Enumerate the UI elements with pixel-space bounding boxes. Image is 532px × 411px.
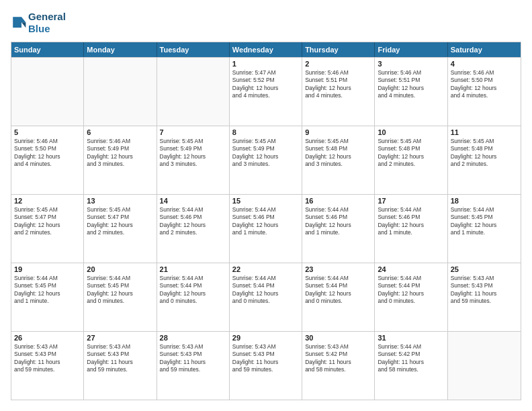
day-header-wednesday: Wednesday [230,42,302,57]
day-number: 23 [305,265,371,273]
day-cell-24: 24Sunrise: 5:44 AM Sunset: 5:44 PM Dayli… [375,263,447,331]
day-number: 4 [451,60,518,68]
day-cell-19: 19Sunrise: 5:44 AM Sunset: 5:45 PM Dayli… [11,263,84,331]
day-cell-15: 15Sunrise: 5:44 AM Sunset: 5:46 PM Dayli… [230,195,302,263]
day-number: 30 [305,334,371,342]
empty-cell [448,332,521,400]
day-cell-7: 7Sunrise: 5:45 AM Sunset: 5:49 PM Daylig… [157,126,230,194]
day-number: 28 [160,334,226,342]
day-info: Sunrise: 5:43 AM Sunset: 5:43 PM Dayligh… [232,343,299,374]
calendar-week-5: 26Sunrise: 5:43 AM Sunset: 5:43 PM Dayli… [11,331,521,400]
day-info: Sunrise: 5:43 AM Sunset: 5:43 PM Dayligh… [451,275,518,306]
day-cell-14: 14Sunrise: 5:44 AM Sunset: 5:46 PM Dayli… [157,195,230,263]
header: General Blue [11,11,521,35]
calendar-week-2: 5Sunrise: 5:46 AM Sunset: 5:50 PM Daylig… [11,126,521,194]
day-header-friday: Friday [375,42,447,57]
day-cell-22: 22Sunrise: 5:44 AM Sunset: 5:44 PM Dayli… [230,263,302,331]
day-info: Sunrise: 5:43 AM Sunset: 5:43 PM Dayligh… [160,343,226,374]
day-info: Sunrise: 5:46 AM Sunset: 5:51 PM Dayligh… [378,69,444,100]
day-info: Sunrise: 5:44 AM Sunset: 5:44 PM Dayligh… [305,275,371,306]
day-cell-2: 2Sunrise: 5:46 AM Sunset: 5:51 PM Daylig… [302,58,375,126]
day-number: 2 [305,60,371,68]
day-number: 7 [160,128,226,136]
empty-cell [157,58,230,126]
calendar-week-4: 19Sunrise: 5:44 AM Sunset: 5:45 PM Dayli… [11,263,521,331]
calendar-header-row: SundayMondayTuesdayWednesdayThursdayFrid… [11,42,521,57]
empty-cell [84,58,157,126]
day-cell-31: 31Sunrise: 5:44 AM Sunset: 5:42 PM Dayli… [375,332,447,400]
day-number: 3 [378,60,444,68]
day-header-saturday: Saturday [448,42,521,57]
day-info: Sunrise: 5:44 AM Sunset: 5:46 PM Dayligh… [378,206,444,237]
day-cell-21: 21Sunrise: 5:44 AM Sunset: 5:44 PM Dayli… [157,263,230,331]
day-header-tuesday: Tuesday [157,42,230,57]
day-number: 6 [87,128,153,136]
day-number: 11 [451,128,518,136]
day-cell-5: 5Sunrise: 5:46 AM Sunset: 5:50 PM Daylig… [11,126,84,194]
logo: General Blue [11,11,66,35]
day-number: 13 [87,197,153,205]
day-number: 17 [378,197,444,205]
day-cell-8: 8Sunrise: 5:45 AM Sunset: 5:49 PM Daylig… [230,126,302,194]
day-header-thursday: Thursday [302,42,375,57]
day-info: Sunrise: 5:44 AM Sunset: 5:44 PM Dayligh… [378,275,444,306]
day-info: Sunrise: 5:44 AM Sunset: 5:42 PM Dayligh… [378,343,444,374]
day-info: Sunrise: 5:43 AM Sunset: 5:43 PM Dayligh… [87,343,153,374]
day-info: Sunrise: 5:44 AM Sunset: 5:44 PM Dayligh… [160,275,226,306]
day-info: Sunrise: 5:44 AM Sunset: 5:44 PM Dayligh… [232,275,299,306]
day-cell-27: 27Sunrise: 5:43 AM Sunset: 5:43 PM Dayli… [84,332,157,400]
empty-cell [11,58,84,126]
calendar-body: 1Sunrise: 5:47 AM Sunset: 5:52 PM Daylig… [11,57,521,400]
day-cell-11: 11Sunrise: 5:45 AM Sunset: 5:48 PM Dayli… [448,126,521,194]
day-number: 15 [232,197,299,205]
day-cell-10: 10Sunrise: 5:45 AM Sunset: 5:48 PM Dayli… [375,126,447,194]
day-cell-17: 17Sunrise: 5:44 AM Sunset: 5:46 PM Dayli… [375,195,447,263]
svg-rect-2 [13,17,21,28]
day-info: Sunrise: 5:44 AM Sunset: 5:45 PM Dayligh… [87,275,153,306]
day-number: 21 [160,265,226,273]
day-cell-3: 3Sunrise: 5:46 AM Sunset: 5:51 PM Daylig… [375,58,447,126]
day-number: 20 [87,265,153,273]
calendar: SundayMondayTuesdayWednesdayThursdayFrid… [11,42,521,400]
day-info: Sunrise: 5:44 AM Sunset: 5:46 PM Dayligh… [232,206,299,237]
logo-text: General Blue [28,11,66,35]
day-cell-18: 18Sunrise: 5:44 AM Sunset: 5:45 PM Dayli… [448,195,521,263]
day-number: 12 [14,197,81,205]
day-cell-25: 25Sunrise: 5:43 AM Sunset: 5:43 PM Dayli… [448,263,521,331]
day-number: 24 [378,265,444,273]
day-info: Sunrise: 5:44 AM Sunset: 5:46 PM Dayligh… [160,206,226,237]
day-info: Sunrise: 5:46 AM Sunset: 5:49 PM Dayligh… [87,138,153,169]
day-cell-20: 20Sunrise: 5:44 AM Sunset: 5:45 PM Dayli… [84,263,157,331]
day-number: 19 [14,265,81,273]
day-number: 29 [232,334,299,342]
calendar-week-1: 1Sunrise: 5:47 AM Sunset: 5:52 PM Daylig… [11,57,521,126]
day-number: 31 [378,334,444,342]
page: General Blue SundayMondayTuesdayWednesda… [0,0,532,411]
day-info: Sunrise: 5:44 AM Sunset: 5:45 PM Dayligh… [14,275,81,306]
day-info: Sunrise: 5:45 AM Sunset: 5:48 PM Dayligh… [305,138,371,169]
day-header-monday: Monday [84,42,157,57]
day-info: Sunrise: 5:43 AM Sunset: 5:43 PM Dayligh… [14,343,81,374]
day-cell-9: 9Sunrise: 5:45 AM Sunset: 5:48 PM Daylig… [302,126,375,194]
day-cell-23: 23Sunrise: 5:44 AM Sunset: 5:44 PM Dayli… [302,263,375,331]
day-info: Sunrise: 5:46 AM Sunset: 5:51 PM Dayligh… [305,69,371,100]
day-number: 26 [14,334,81,342]
calendar-week-3: 12Sunrise: 5:45 AM Sunset: 5:47 PM Dayli… [11,194,521,263]
day-info: Sunrise: 5:45 AM Sunset: 5:48 PM Dayligh… [451,138,518,169]
day-info: Sunrise: 5:44 AM Sunset: 5:46 PM Dayligh… [305,206,371,237]
day-header-sunday: Sunday [11,42,84,57]
day-info: Sunrise: 5:45 AM Sunset: 5:47 PM Dayligh… [14,206,81,237]
day-cell-29: 29Sunrise: 5:43 AM Sunset: 5:43 PM Dayli… [230,332,302,400]
day-number: 25 [451,265,518,273]
day-info: Sunrise: 5:46 AM Sunset: 5:50 PM Dayligh… [451,69,518,100]
day-info: Sunrise: 5:45 AM Sunset: 5:47 PM Dayligh… [87,206,153,237]
svg-marker-1 [21,22,26,28]
day-cell-6: 6Sunrise: 5:46 AM Sunset: 5:49 PM Daylig… [84,126,157,194]
day-number: 9 [305,128,371,136]
day-number: 22 [232,265,299,273]
day-info: Sunrise: 5:47 AM Sunset: 5:52 PM Dayligh… [232,69,299,100]
day-number: 8 [232,128,299,136]
day-number: 10 [378,128,444,136]
day-cell-1: 1Sunrise: 5:47 AM Sunset: 5:52 PM Daylig… [230,58,302,126]
day-number: 27 [87,334,153,342]
